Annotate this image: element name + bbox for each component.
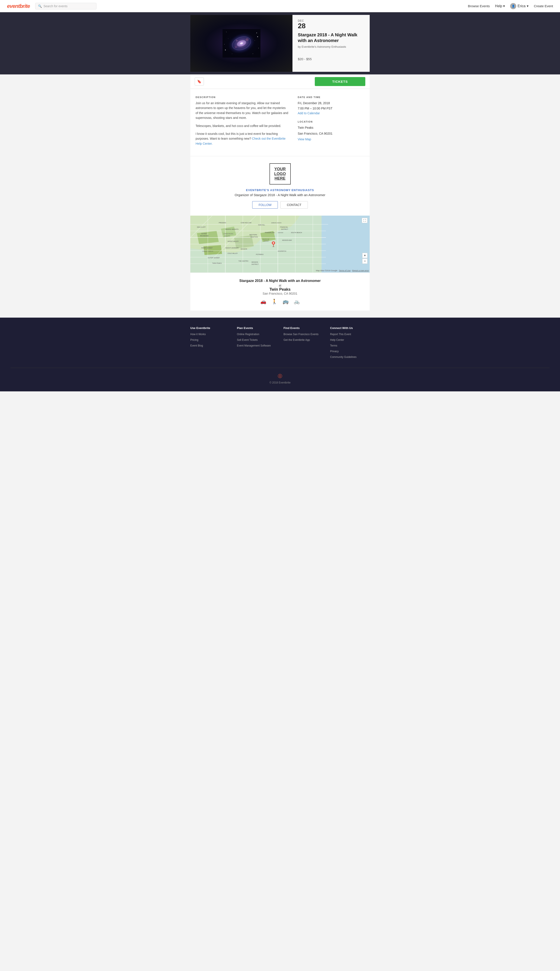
venue-event-name: Stargaze 2018 - A Night Walk with an Ast…: [195, 279, 365, 283]
logo-line2: LOGO: [274, 172, 286, 176]
footer-sell-tickets[interactable]: Sell Event Tickets: [237, 338, 277, 342]
footer-community[interactable]: Community Guidelines: [330, 355, 370, 359]
footer-connect-title: Connect With Us: [330, 326, 370, 330]
svg-text:MISSION: MISSION: [252, 261, 258, 263]
footer-event-mgmt[interactable]: Event Management Software: [237, 344, 277, 348]
svg-point-3: [224, 44, 225, 44]
create-event-link[interactable]: Create Event: [534, 4, 553, 8]
footer-pricing[interactable]: Pricing: [190, 338, 230, 342]
footer-get-app[interactable]: Get the Eventbrite App: [283, 338, 323, 342]
svg-text:DOGPATCH: DOGPATCH: [278, 251, 286, 252]
avatar: 👤: [510, 3, 516, 9]
map-report-link[interactable]: Report a map error: [352, 269, 369, 272]
map-container[interactable]: SEA CLIFF OUTER RICHMOND PRESIDIO PACIFI…: [190, 216, 370, 272]
venue-at-text: at: [195, 284, 365, 287]
chevron-down-icon: ▾: [503, 4, 505, 8]
svg-text:INNER SUNSET: INNER SUNSET: [201, 247, 213, 249]
tickets-bar: 🔖 TICKETS: [190, 74, 370, 89]
view-map-link[interactable]: View Map: [298, 137, 311, 141]
svg-text:CENTER: CENTER: [278, 232, 283, 233]
main-nav: Browse Events Help ▾ 👤 Erica ▾ Create Ev…: [468, 3, 553, 9]
event-time: 7:00 PM – 10:00 PM PST: [298, 106, 365, 111]
venue-name-text: Twin Peaks: [298, 125, 365, 130]
svg-text:TWIN PEAKS: TWIN PEAKS: [212, 262, 222, 264]
description-column: DESCRIPTION Join us for an intimate even…: [195, 96, 289, 149]
venue-city: San Francisco, CA 90201: [298, 131, 365, 136]
footer-terms[interactable]: Terms: [330, 344, 370, 348]
organizer-role: Organizer of Stargaze 2018 - A Night Wal…: [195, 193, 365, 197]
user-name: Erica: [518, 4, 525, 8]
svg-text:SOUTH BEACH: SOUTH BEACH: [291, 232, 302, 233]
details-column: DATE AND TIME Fri, December 28, 2018 7:0…: [298, 96, 365, 149]
svg-point-2: [257, 33, 257, 33]
footer-online-reg[interactable]: Online Registration: [237, 332, 277, 336]
map-zoom-controls: + −: [362, 253, 368, 264]
footer-event-blog[interactable]: Event Blog: [190, 344, 230, 348]
navbar: eventbrite 🔍 Search for events Browse Ev…: [0, 0, 560, 12]
event-date: Fri, December 28, 2018: [298, 101, 365, 106]
browse-events-link[interactable]: Browse Events: [468, 4, 490, 8]
svg-text:PRESIDIO: PRESIDIO: [219, 222, 226, 224]
contact-button[interactable]: CONTACT: [280, 201, 308, 209]
add-to-calendar-link[interactable]: Add to Calendar: [298, 111, 320, 115]
svg-text:MARKET: MARKET: [263, 240, 269, 242]
footer-report-event[interactable]: Report This Event: [330, 332, 370, 336]
logo-line3: HERE: [274, 176, 286, 181]
footer-grid: Use Eventbrite How it Works Pricing Even…: [190, 326, 370, 361]
map-zoom-in-button[interactable]: +: [362, 253, 368, 258]
bus-icon[interactable]: 🚌: [283, 299, 288, 304]
search-placeholder: Search for events: [43, 4, 68, 8]
svg-point-1: [226, 32, 227, 32]
svg-point-10: [257, 36, 258, 37]
help-dropdown[interactable]: Help ▾: [495, 4, 505, 8]
svg-text:HAIGHT-ASHBURY: HAIGHT-ASHBURY: [225, 247, 239, 249]
svg-point-6: [253, 53, 253, 54]
bookmark-button[interactable]: 🔖: [195, 77, 204, 85]
svg-text:THE CASTRO: THE CASTRO: [238, 260, 248, 262]
footer-find-title: Find Events: [283, 326, 323, 330]
organizer-section: YOUR LOGO HERE EVENTBRITE'S ASTRONOMY EN…: [190, 156, 370, 216]
svg-point-17: [236, 40, 238, 42]
bike-icon[interactable]: 🚲: [294, 299, 300, 304]
event-title: Stargaze 2018 - A Night Walk with an Ast…: [298, 32, 365, 43]
walk-icon[interactable]: 🚶: [272, 299, 277, 304]
bookmark-icon: 🔖: [197, 80, 202, 84]
location-label: LOCATION: [298, 120, 365, 123]
svg-text:MISSION BAY: MISSION BAY: [282, 239, 292, 241]
svg-point-16: [235, 46, 237, 48]
chevron-down-icon: ▾: [527, 4, 528, 8]
car-icon[interactable]: 🚗: [260, 299, 266, 304]
organizer-name-link[interactable]: EVENTBRITE'S ASTRONOMY ENTHUSIASTS: [195, 189, 365, 192]
svg-text:HAYES VALLEY: HAYES VALLEY: [228, 241, 239, 242]
footer-how-it-works[interactable]: How it Works: [190, 332, 230, 336]
event-hero-image: [190, 15, 292, 72]
svg-text:DISTRICT: DISTRICT: [281, 229, 288, 230]
svg-point-15: [246, 38, 249, 41]
svg-text:OUTER: OUTER: [201, 233, 207, 234]
follow-button[interactable]: FOLLOW: [252, 201, 278, 209]
tickets-button[interactable]: TICKETS: [315, 77, 365, 86]
search-bar[interactable]: 🔍 Search for events: [35, 3, 97, 9]
footer-find-events: Find Events Browse San Francisco Events …: [283, 326, 323, 361]
footer-help-center[interactable]: Help Center: [330, 338, 370, 342]
map-zoom-out-button[interactable]: −: [362, 259, 368, 264]
main-content: DESCRIPTION Join us for an intimate even…: [190, 89, 370, 156]
svg-text:DISTRICT: DISTRICT: [252, 264, 259, 265]
venue-address-display: San Francisco, CA 90201: [195, 292, 365, 295]
user-menu[interactable]: 👤 Erica ▾: [510, 3, 528, 9]
svg-text:RICHMOND: RICHMOND: [200, 235, 209, 237]
svg-text:NOB HILL: NOB HILL: [258, 224, 265, 226]
footer-plan-title: Plan Events: [237, 326, 277, 330]
map-terms-link[interactable]: Terms of Use: [339, 269, 350, 272]
footer-browse-sf[interactable]: Browse San Francisco Events: [283, 332, 323, 336]
organizer-logo: YOUR LOGO HERE: [270, 163, 291, 184]
footer-privacy[interactable]: Privacy: [330, 349, 370, 353]
svg-text:FOREST KNOLLS: FOREST KNOLLS: [202, 251, 213, 252]
map-fullscreen-button[interactable]: ⛶: [362, 218, 368, 223]
event-organizer: by Eventbrite's Astronomy Enthusiasts: [298, 45, 365, 48]
map-attribution: Map data ©2018 Google · Terms of Use · R…: [316, 269, 369, 272]
footer-use-title: Use Eventbrite: [190, 326, 230, 330]
eventbrite-logo[interactable]: eventbrite: [7, 3, 30, 9]
description-label: DESCRIPTION: [195, 96, 289, 99]
help-label: Help: [495, 4, 502, 8]
